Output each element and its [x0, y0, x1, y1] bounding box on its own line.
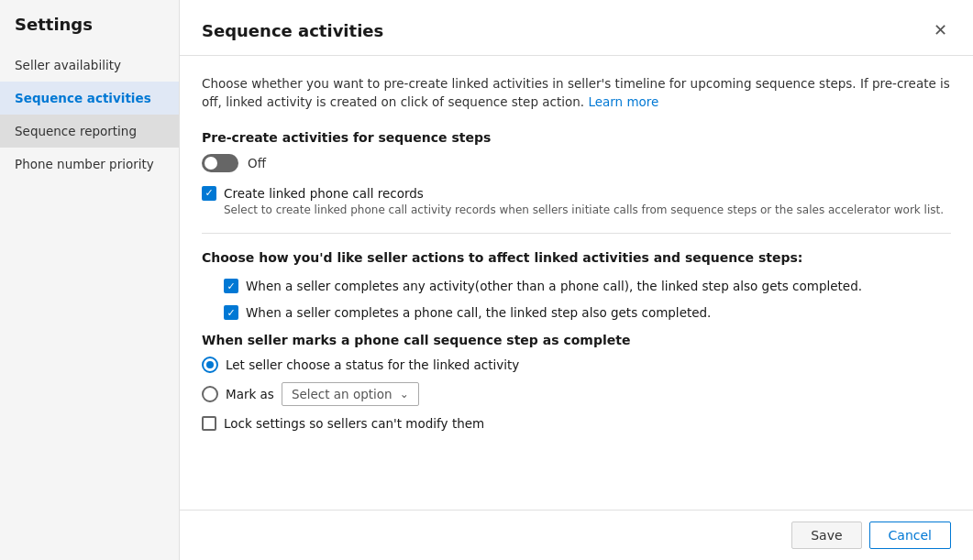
description-text: Choose whether you want to pre-create li…	[202, 74, 951, 112]
learn-more-link[interactable]: Learn more	[588, 94, 658, 109]
radio-let-seller[interactable]	[202, 357, 218, 373]
sidebar-item-sequence-activities[interactable]: Sequence activities	[0, 82, 179, 115]
sidebar-item-seller-availability[interactable]: Seller availability	[0, 49, 179, 82]
radio1-row: Let seller choose a status for the linke…	[202, 357, 951, 373]
toggle-off-label: Off	[248, 156, 266, 170]
checkmark2-icon: ✓	[227, 281, 235, 291]
checkbox-phone-complete[interactable]: ✓	[224, 305, 238, 320]
checkbox3-row: ✓ When a seller completes a phone call, …	[224, 304, 951, 322]
main-header: Sequence activities ✕	[180, 0, 973, 56]
section3-label: When seller marks a phone call sequence …	[202, 333, 951, 347]
radio1-label: Let seller choose a status for the linke…	[226, 357, 519, 372]
section1-label: Pre-create activities for sequence steps	[202, 130, 951, 145]
dropdown-placeholder: Select an option	[292, 387, 393, 401]
page-title: Sequence activities	[202, 21, 383, 40]
checkbox2-label: When a seller completes any activity(oth…	[246, 278, 862, 295]
precreate-toggle[interactable]	[202, 154, 238, 172]
checkbox-linked-phone-call[interactable]: ✓	[202, 186, 216, 201]
sidebar-item-sequence-reporting[interactable]: Sequence reporting	[0, 115, 179, 148]
checkbox-lock-settings[interactable]	[202, 416, 216, 431]
chevron-down-icon: ⌄	[400, 388, 409, 401]
save-button[interactable]: Save	[791, 522, 861, 549]
sidebar: Settings Seller availability Sequence ac…	[0, 0, 180, 560]
checkbox-lock-row: Lock settings so sellers can't modify th…	[202, 415, 951, 433]
checkbox3-label: When a seller completes a phone call, th…	[246, 304, 711, 322]
checkbox1-row: ✓ Create linked phone call records Selec…	[202, 185, 951, 217]
checkbox-activity-complete[interactable]: ✓	[224, 279, 238, 293]
mark-as-dropdown[interactable]: Select an option ⌄	[282, 382, 419, 406]
checkbox1-label: Create linked phone call records	[224, 185, 944, 203]
close-button[interactable]: ✕	[930, 16, 951, 44]
checkbox2-row: ✓ When a seller completes any activity(o…	[224, 278, 951, 295]
precreate-toggle-row: Off	[202, 154, 951, 172]
sidebar-item-phone-number-priority[interactable]: Phone number priority	[0, 148, 179, 181]
cancel-button[interactable]: Cancel	[869, 522, 951, 549]
checkbox-lock-label: Lock settings so sellers can't modify th…	[224, 415, 484, 433]
radio-mark-as[interactable]	[202, 386, 218, 402]
checkmark3-icon: ✓	[227, 308, 235, 318]
radio2-prefix: Mark as	[226, 387, 274, 401]
divider1	[202, 233, 951, 234]
section2-question: Choose how you'd like seller actions to …	[202, 250, 951, 265]
checkbox1-sublabel: Select to create linked phone call activ…	[224, 203, 944, 216]
main-footer: Save Cancel	[180, 510, 973, 560]
sidebar-title: Settings	[0, 15, 179, 49]
radio2-row: Mark as Select an option ⌄	[202, 382, 951, 406]
section2-options: ✓ When a seller completes any activity(o…	[202, 278, 951, 322]
checkmark-icon: ✓	[205, 188, 213, 198]
main-panel: Sequence activities ✕ Choose whether you…	[180, 0, 973, 560]
main-body: Choose whether you want to pre-create li…	[180, 56, 973, 510]
